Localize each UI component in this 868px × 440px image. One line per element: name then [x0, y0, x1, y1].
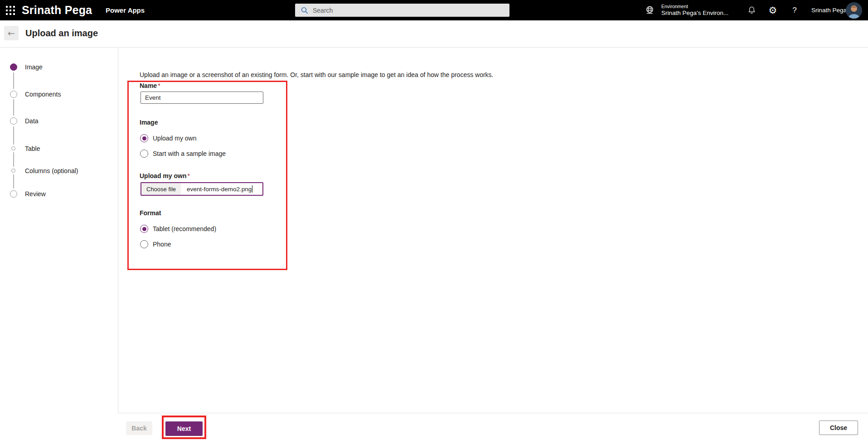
- sidebar-divider: [118, 48, 118, 413]
- step-label-data: Data: [25, 117, 39, 125]
- step-connector: [13, 174, 14, 189]
- waffle-menu-button[interactable]: [0, 0, 21, 20]
- radio-sample-image-label: Start with a sample image: [153, 150, 226, 157]
- back-arrow-icon: ←: [8, 28, 15, 38]
- text-cursor: [252, 185, 252, 193]
- title-divider: [0, 47, 868, 48]
- page-description: Upload an image or a screenshot of an ex…: [140, 71, 494, 79]
- search-input[interactable]: [313, 4, 509, 17]
- back-button[interactable]: Back: [126, 421, 152, 435]
- step-connector: [13, 152, 14, 167]
- radio-upload-my-own-label: Upload my own: [153, 135, 197, 142]
- search-icon: [301, 7, 308, 14]
- environment-name: Srinath Pega's Environ...: [661, 10, 728, 17]
- radio-selected-icon: [140, 225, 148, 233]
- format-section-label: Format: [140, 209, 161, 217]
- user-name: Srinath Pega: [811, 0, 847, 20]
- step-label-review: Review: [25, 190, 46, 198]
- environment-label: Environment: [661, 4, 728, 10]
- help-icon: ?: [792, 6, 796, 15]
- top-header: Srinath Pega Power Apps Environment Srin…: [0, 0, 868, 20]
- radio-unselected-icon: [140, 240, 148, 248]
- step-circle-table: [11, 146, 15, 150]
- radio-phone-label: Phone: [153, 241, 171, 248]
- step-circle-image: [10, 63, 17, 71]
- required-asterisk: *: [158, 82, 160, 89]
- step-circle-columns: [11, 169, 15, 173]
- name-input[interactable]: [141, 92, 263, 104]
- step-circle-components: [10, 91, 17, 98]
- name-label: Name*: [140, 82, 160, 89]
- avatar-photo: [846, 2, 862, 19]
- radio-selected-icon: [140, 134, 148, 142]
- step-connector: [13, 73, 14, 89]
- radio-sample-image[interactable]: Start with a sample image: [140, 150, 226, 158]
- choose-file-button[interactable]: Choose file: [141, 183, 181, 195]
- waffle-icon: [6, 6, 15, 15]
- power-apps-window: Srinath Pega Power Apps Environment Srin…: [0, 0, 868, 440]
- avatar[interactable]: [846, 2, 862, 19]
- step-connector: [13, 126, 14, 145]
- radio-tablet-label: Tablet (recommended): [153, 225, 216, 232]
- file-name-text: event-forms-demo2.png: [187, 186, 252, 193]
- search-bar[interactable]: [295, 4, 509, 17]
- image-section-label: Image: [140, 119, 158, 126]
- radio-upload-my-own[interactable]: Upload my own: [140, 134, 197, 142]
- notifications-button[interactable]: [742, 0, 761, 20]
- org-name[interactable]: Srinath Pega: [22, 0, 92, 20]
- step-label-components: Components: [25, 90, 61, 98]
- radio-tablet[interactable]: Tablet (recommended): [140, 225, 216, 233]
- help-button[interactable]: ?: [786, 0, 804, 20]
- step-label-image: Image: [25, 63, 43, 71]
- radio-unselected-icon: [140, 150, 148, 158]
- step-circle-review: [10, 190, 17, 198]
- file-input[interactable]: Choose file event-forms-demo2.png: [141, 182, 263, 196]
- step-label-table: Table: [25, 145, 40, 153]
- product-name[interactable]: Power Apps: [106, 0, 145, 20]
- radio-phone[interactable]: Phone: [140, 240, 171, 248]
- required-asterisk: *: [187, 172, 189, 179]
- gear-icon: ⚙: [769, 0, 777, 20]
- back-arrow-button[interactable]: ←: [4, 26, 19, 40]
- upload-my-own-label: Upload my own*: [140, 172, 190, 179]
- step-label-columns: Columns (optional): [25, 167, 78, 175]
- footer-divider: [118, 413, 868, 413]
- environment-icon: [645, 5, 655, 15]
- next-button[interactable]: Next: [165, 421, 203, 436]
- close-button[interactable]: Close: [819, 421, 858, 435]
- page-title: Upload an image: [25, 26, 98, 40]
- environment-picker[interactable]: Environment Srinath Pega's Environ...: [645, 0, 728, 20]
- step-connector: [13, 99, 14, 116]
- bell-icon: [747, 6, 756, 15]
- step-circle-data: [10, 117, 17, 125]
- settings-button[interactable]: ⚙: [764, 0, 782, 20]
